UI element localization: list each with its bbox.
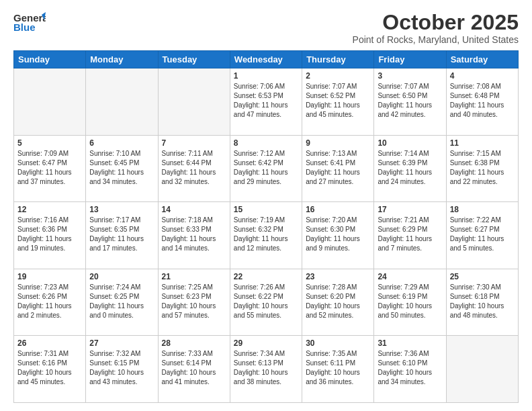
calendar-week-row: 26Sunrise: 7:31 AM Sunset: 6:16 PM Dayli… <box>14 336 519 403</box>
day-info: Sunrise: 7:18 AM Sunset: 6:33 PM Dayligh… <box>162 216 226 253</box>
day-info: Sunrise: 7:24 AM Sunset: 6:25 PM Dayligh… <box>89 283 154 320</box>
day-number: 20 <box>89 272 154 281</box>
calendar-cell <box>158 68 230 136</box>
day-info: Sunrise: 7:25 AM Sunset: 6:23 PM Dayligh… <box>162 283 226 320</box>
day-number: 19 <box>17 272 82 281</box>
calendar-cell: 8Sunrise: 7:12 AM Sunset: 6:42 PM Daylig… <box>230 135 302 202</box>
day-number: 2 <box>306 71 370 81</box>
calendar-cell: 7Sunrise: 7:11 AM Sunset: 6:44 PM Daylig… <box>158 135 230 202</box>
day-of-week-header: Wednesday <box>230 51 302 68</box>
day-number: 21 <box>162 272 226 281</box>
calendar-week-row: 1Sunrise: 7:06 AM Sunset: 6:53 PM Daylig… <box>14 68 519 136</box>
day-number: 22 <box>234 272 298 281</box>
day-number: 7 <box>162 138 226 148</box>
logo-svg: GeneralBlue <box>13 11 46 35</box>
calendar-cell: 1Sunrise: 7:06 AM Sunset: 6:53 PM Daylig… <box>230 68 302 136</box>
day-of-week-header: Saturday <box>446 51 518 68</box>
page: GeneralBlue October 2025 Point of Rocks,… <box>0 0 532 411</box>
calendar-cell: 19Sunrise: 7:23 AM Sunset: 6:26 PM Dayli… <box>14 269 86 336</box>
day-number: 18 <box>450 205 515 214</box>
calendar-cell: 4Sunrise: 7:08 AM Sunset: 6:48 PM Daylig… <box>446 68 518 136</box>
day-info: Sunrise: 7:23 AM Sunset: 6:26 PM Dayligh… <box>17 283 82 320</box>
day-info: Sunrise: 7:31 AM Sunset: 6:16 PM Dayligh… <box>17 349 82 387</box>
calendar-cell: 29Sunrise: 7:34 AM Sunset: 6:13 PM Dayli… <box>230 336 302 403</box>
day-number: 25 <box>450 272 515 281</box>
day-info: Sunrise: 7:29 AM Sunset: 6:19 PM Dayligh… <box>378 283 442 320</box>
calendar-cell <box>446 336 518 403</box>
day-info: Sunrise: 7:06 AM Sunset: 6:53 PM Dayligh… <box>234 82 298 120</box>
day-info: Sunrise: 7:07 AM Sunset: 6:50 PM Dayligh… <box>378 82 442 120</box>
svg-text:Blue: Blue <box>13 21 36 33</box>
day-number: 29 <box>234 338 298 348</box>
day-info: Sunrise: 7:13 AM Sunset: 6:41 PM Dayligh… <box>306 149 370 187</box>
day-number: 4 <box>450 71 515 81</box>
day-info: Sunrise: 7:30 AM Sunset: 6:18 PM Dayligh… <box>450 283 515 320</box>
day-number: 24 <box>378 272 442 281</box>
calendar-cell: 21Sunrise: 7:25 AM Sunset: 6:23 PM Dayli… <box>158 269 230 336</box>
calendar-cell: 26Sunrise: 7:31 AM Sunset: 6:16 PM Dayli… <box>14 336 86 403</box>
day-number: 10 <box>378 138 442 148</box>
day-of-week-header: Thursday <box>302 51 374 68</box>
calendar-cell: 15Sunrise: 7:19 AM Sunset: 6:32 PM Dayli… <box>230 202 302 269</box>
day-info: Sunrise: 7:15 AM Sunset: 6:38 PM Dayligh… <box>450 149 515 187</box>
calendar-header-row: SundayMondayTuesdayWednesdayThursdayFrid… <box>14 51 519 68</box>
day-number: 30 <box>306 338 370 348</box>
calendar-cell: 2Sunrise: 7:07 AM Sunset: 6:52 PM Daylig… <box>302 68 374 136</box>
day-number: 31 <box>378 338 442 348</box>
day-info: Sunrise: 7:21 AM Sunset: 6:29 PM Dayligh… <box>378 216 442 253</box>
calendar-cell: 30Sunrise: 7:35 AM Sunset: 6:11 PM Dayli… <box>302 336 374 403</box>
day-of-week-header: Sunday <box>14 51 86 68</box>
day-info: Sunrise: 7:12 AM Sunset: 6:42 PM Dayligh… <box>234 149 298 187</box>
month-title: October 2025 <box>353 11 519 34</box>
day-info: Sunrise: 7:32 AM Sunset: 6:15 PM Dayligh… <box>89 349 154 387</box>
calendar-cell: 28Sunrise: 7:33 AM Sunset: 6:14 PM Dayli… <box>158 336 230 403</box>
calendar-cell: 14Sunrise: 7:18 AM Sunset: 6:33 PM Dayli… <box>158 202 230 269</box>
calendar-cell: 27Sunrise: 7:32 AM Sunset: 6:15 PM Dayli… <box>86 336 158 403</box>
day-info: Sunrise: 7:35 AM Sunset: 6:11 PM Dayligh… <box>306 349 370 387</box>
day-of-week-header: Friday <box>374 51 446 68</box>
day-number: 3 <box>378 71 442 81</box>
day-of-week-header: Tuesday <box>158 51 230 68</box>
day-info: Sunrise: 7:11 AM Sunset: 6:44 PM Dayligh… <box>162 149 226 187</box>
calendar-week-row: 19Sunrise: 7:23 AM Sunset: 6:26 PM Dayli… <box>14 269 519 336</box>
day-of-week-header: Monday <box>86 51 158 68</box>
day-number: 12 <box>17 205 82 214</box>
day-number: 27 <box>89 338 154 348</box>
calendar-cell: 11Sunrise: 7:15 AM Sunset: 6:38 PM Dayli… <box>446 135 518 202</box>
day-info: Sunrise: 7:10 AM Sunset: 6:45 PM Dayligh… <box>89 149 154 187</box>
calendar-cell: 31Sunrise: 7:36 AM Sunset: 6:10 PM Dayli… <box>374 336 446 403</box>
calendar-cell: 25Sunrise: 7:30 AM Sunset: 6:18 PM Dayli… <box>446 269 518 336</box>
day-info: Sunrise: 7:17 AM Sunset: 6:35 PM Dayligh… <box>89 216 154 253</box>
calendar-week-row: 12Sunrise: 7:16 AM Sunset: 6:36 PM Dayli… <box>14 202 519 269</box>
day-number: 1 <box>234 71 298 81</box>
calendar-cell: 17Sunrise: 7:21 AM Sunset: 6:29 PM Dayli… <box>374 202 446 269</box>
title-block: October 2025 Point of Rocks, Maryland, U… <box>353 11 519 45</box>
calendar-cell <box>86 68 158 136</box>
day-number: 8 <box>234 138 298 148</box>
calendar-cell: 12Sunrise: 7:16 AM Sunset: 6:36 PM Dayli… <box>14 202 86 269</box>
calendar-cell: 3Sunrise: 7:07 AM Sunset: 6:50 PM Daylig… <box>374 68 446 136</box>
calendar-cell <box>14 68 86 136</box>
day-info: Sunrise: 7:19 AM Sunset: 6:32 PM Dayligh… <box>234 216 298 253</box>
calendar-cell: 9Sunrise: 7:13 AM Sunset: 6:41 PM Daylig… <box>302 135 374 202</box>
calendar-table: SundayMondayTuesdayWednesdayThursdayFrid… <box>13 50 519 403</box>
day-info: Sunrise: 7:14 AM Sunset: 6:39 PM Dayligh… <box>378 149 442 187</box>
calendar-cell: 10Sunrise: 7:14 AM Sunset: 6:39 PM Dayli… <box>374 135 446 202</box>
day-info: Sunrise: 7:33 AM Sunset: 6:14 PM Dayligh… <box>162 349 226 387</box>
day-number: 13 <box>89 205 154 214</box>
day-info: Sunrise: 7:36 AM Sunset: 6:10 PM Dayligh… <box>378 349 442 387</box>
logo: GeneralBlue <box>13 11 46 35</box>
calendar-cell: 18Sunrise: 7:22 AM Sunset: 6:27 PM Dayli… <box>446 202 518 269</box>
day-number: 5 <box>17 138 82 148</box>
calendar-cell: 23Sunrise: 7:28 AM Sunset: 6:20 PM Dayli… <box>302 269 374 336</box>
day-info: Sunrise: 7:22 AM Sunset: 6:27 PM Dayligh… <box>450 216 515 253</box>
day-info: Sunrise: 7:09 AM Sunset: 6:47 PM Dayligh… <box>17 149 82 187</box>
calendar-cell: 22Sunrise: 7:26 AM Sunset: 6:22 PM Dayli… <box>230 269 302 336</box>
day-info: Sunrise: 7:20 AM Sunset: 6:30 PM Dayligh… <box>306 216 370 253</box>
location-title: Point of Rocks, Maryland, United States <box>353 34 519 45</box>
calendar-cell: 16Sunrise: 7:20 AM Sunset: 6:30 PM Dayli… <box>302 202 374 269</box>
day-info: Sunrise: 7:07 AM Sunset: 6:52 PM Dayligh… <box>306 82 370 120</box>
calendar-cell: 5Sunrise: 7:09 AM Sunset: 6:47 PM Daylig… <box>14 135 86 202</box>
day-info: Sunrise: 7:16 AM Sunset: 6:36 PM Dayligh… <box>17 216 82 253</box>
day-number: 11 <box>450 138 515 148</box>
